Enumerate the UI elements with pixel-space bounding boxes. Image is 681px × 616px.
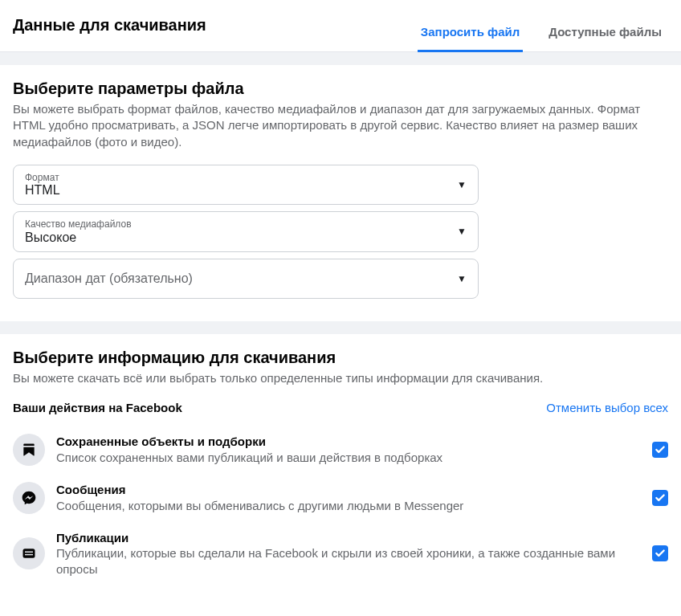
- quality-select[interactable]: Качество медиафайлов Высокое ▼: [13, 211, 479, 251]
- bookmark-icon: [13, 434, 45, 466]
- header: Данные для скачивания Запросить файл Дос…: [0, 0, 681, 52]
- caret-down-icon: ▼: [457, 226, 467, 237]
- item-title: Сохраненные объекты и подборки: [56, 434, 641, 450]
- tab-request-file[interactable]: Запросить файл: [418, 14, 523, 52]
- info-desc: Вы можете скачать всё или выбрать только…: [13, 370, 668, 386]
- quality-value: Высокое: [25, 230, 132, 245]
- item-desc: Список сохраненных вами публикаций и ваш…: [56, 450, 641, 466]
- subsection-header: Ваши действия на Facebook Отменить выбор…: [13, 401, 668, 414]
- item-checkbox[interactable]: [652, 545, 668, 561]
- section-divider: [0, 52, 681, 65]
- item-checkbox[interactable]: [652, 442, 668, 458]
- list-item: Сохраненные объекты и подборки Список со…: [13, 426, 668, 474]
- info-title: Выберите информацию для скачивания: [13, 349, 668, 367]
- file-params-desc: Вы можете выбрать формат файлов, качеств…: [13, 101, 668, 150]
- tab-available-files[interactable]: Доступные файлы: [545, 14, 665, 52]
- daterange-select[interactable]: Диапазон дат (обязательно) ▼: [13, 259, 479, 299]
- list-item: Сообщения Сообщения, которыми вы обменив…: [13, 474, 668, 522]
- daterange-placeholder: Диапазон дат (обязательно): [25, 271, 193, 286]
- list-item: Публикации Публикации, которые вы сделал…: [13, 522, 668, 585]
- format-select[interactable]: Формат HTML ▼: [13, 165, 479, 205]
- quality-label: Качество медиафайлов: [25, 218, 132, 230]
- svg-rect-1: [25, 552, 33, 553]
- file-params-title: Выберите параметры файла: [13, 80, 668, 98]
- file-params-section: Выберите параметры файла Вы можете выбра…: [0, 65, 681, 321]
- item-desc: Публикации, которые вы сделали на Facebo…: [56, 545, 641, 577]
- item-desc: Сообщения, которыми вы обменивались с др…: [56, 498, 641, 514]
- caret-down-icon: ▼: [457, 179, 467, 190]
- posts-icon: [13, 537, 45, 569]
- page-title: Данные для скачивания: [13, 13, 206, 35]
- svg-rect-2: [25, 554, 33, 556]
- svg-rect-0: [23, 549, 35, 558]
- subsection-title: Ваши действия на Facebook: [13, 401, 182, 414]
- info-section: Выберите информацию для скачивания Вы мо…: [0, 334, 681, 602]
- caret-down-icon: ▼: [457, 273, 467, 284]
- tabs: Запросить файл Доступные файлы: [418, 13, 665, 51]
- item-title: Сообщения: [56, 482, 641, 498]
- item-checkbox[interactable]: [652, 490, 668, 506]
- format-value: HTML: [25, 183, 60, 198]
- messenger-icon: [13, 482, 45, 514]
- item-title: Публикации: [56, 530, 641, 546]
- deselect-all-link[interactable]: Отменить выбор всех: [546, 401, 668, 414]
- section-divider: [0, 321, 681, 334]
- format-label: Формат: [25, 172, 60, 183]
